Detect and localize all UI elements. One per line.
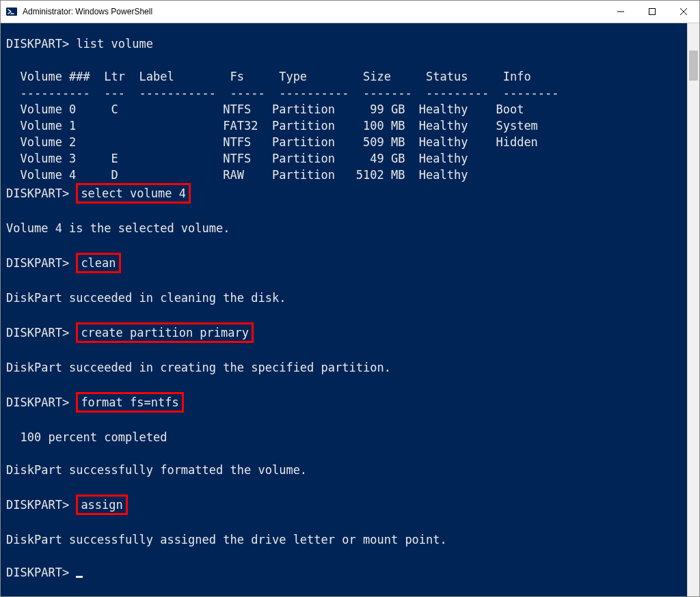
svg-rect-3 xyxy=(649,9,656,15)
prompt: DISKPART> xyxy=(6,256,69,270)
cmd-list-volume: list volume xyxy=(76,37,153,51)
cmd-clean: clean xyxy=(76,253,120,273)
minimize-button[interactable] xyxy=(605,1,636,23)
app-icon xyxy=(2,2,21,21)
cmd-assign: assign xyxy=(76,495,127,515)
cmd-create-partition: create partition primary xyxy=(76,322,254,343)
msg-assign-ok: DiskPart successfully assigned the drive… xyxy=(6,533,447,546)
prompt: DISKPART> xyxy=(6,186,69,200)
scroll-thumb[interactable] xyxy=(689,51,698,81)
msg-progress: 100 percent completed xyxy=(6,430,167,444)
cmd-select-volume: select volume 4 xyxy=(76,183,191,204)
vertical-scrollbar[interactable] xyxy=(687,23,699,596)
cursor xyxy=(76,576,83,578)
volume-table-header: Volume ### Ltr Label Fs Type Size Status… xyxy=(6,70,559,83)
volume-table-separator: ---------- --- ----------- ----- -------… xyxy=(6,86,559,100)
msg-create-ok: DiskPart succeeded in creating the speci… xyxy=(6,361,391,374)
terminal-output[interactable]: DISKPART> list volume Volume ### Ltr Lab… xyxy=(1,23,688,596)
msg-format-ok: DiskPart successfully formatted the volu… xyxy=(6,463,307,477)
prompt: DISKPART> xyxy=(6,326,69,339)
prompt: DISKPART> xyxy=(6,566,69,579)
window-title: Administrator: Windows PowerShell xyxy=(21,7,152,16)
prompt: DISKPART> xyxy=(6,498,69,512)
msg-clean-ok: DiskPart succeeded in cleaning the disk. xyxy=(6,291,286,305)
window-controls xyxy=(605,1,699,23)
maximize-button[interactable] xyxy=(636,1,668,23)
titlebar[interactable]: Administrator: Windows PowerShell xyxy=(1,1,699,23)
msg-selected: Volume 4 is the selected volume. xyxy=(6,221,230,235)
close-button[interactable] xyxy=(668,1,699,23)
prompt: DISKPART> xyxy=(6,395,69,409)
terminal-client-area: DISKPART> list volume Volume ### Ltr Lab… xyxy=(1,23,699,596)
prompt: DISKPART> xyxy=(6,37,69,51)
svg-rect-0 xyxy=(6,8,17,16)
cmd-format: format fs=ntfs xyxy=(76,392,183,413)
powershell-window: Administrator: Windows PowerShell DISKPA… xyxy=(0,0,700,597)
volume-table-rows: Volume 0 C NTFS Partition 99 GB Healthy … xyxy=(6,102,552,182)
